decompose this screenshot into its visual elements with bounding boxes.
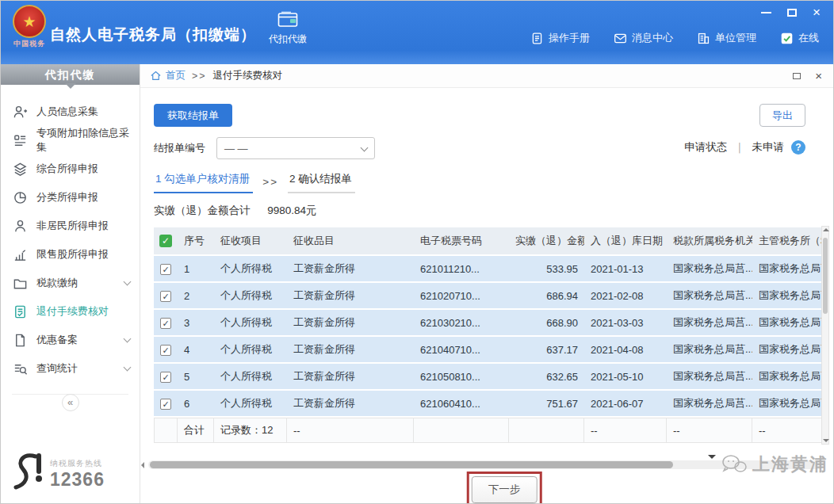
cell-date: 2021-05-10 [584,364,667,389]
step-1-tab[interactable]: 1 勾选单户核对清册 [154,172,253,193]
cell-amount: 632.65 [509,364,584,389]
sidebar-item-label: 专项附加扣除信息采集 [36,126,130,155]
amount-summary: 实缴（退）金额合计 9980.84元 [154,204,317,218]
cell-amount: 533.95 [509,256,584,281]
cell-tax-item: 个人所得税 [214,391,287,416]
breadcrumb-current: 退付手续费核对 [213,69,283,82]
table-header-cell: 征收品目 [287,227,414,254]
table-footer-row: 合计 记录数：12 -- -- -- -- [154,418,823,443]
cell-date: 2021-04-08 [584,337,667,362]
header-menu-item[interactable]: 在线 [780,31,819,45]
main-content: 获取结报单 导出 结报单编号 — — 申请状态 ｜ 未申请 ? 1 勾选单户核对… [140,88,833,503]
header-menu-label: 在线 [798,31,819,45]
cell-eticket-no: 621030210... [414,310,509,335]
cell-seq: 3 [178,310,214,335]
minimize-button[interactable] [761,12,771,13]
cell-tax-category: 工资薪金所得 [287,283,414,308]
sidebar-item[interactable]: 优惠备案 [1,326,140,354]
cell-tax-item: 个人所得税 [214,337,287,362]
header-menu-item[interactable]: 操作手册 [530,31,590,45]
cell-amount: 637.17 [509,337,584,362]
row-checkbox[interactable]: ✓ [160,345,171,356]
cell-seq: 5 [178,364,214,389]
statement-number-value: — — [224,143,248,155]
sidebar-item[interactable]: 退付手续费核对 [1,297,140,326]
export-button[interactable]: 导出 [759,104,805,127]
scroll-left-arrow[interactable] [141,462,144,468]
sidebar-item[interactable]: 人员信息采集 [1,97,140,126]
pie-icon [13,190,28,205]
cell-date: 2021-01-13 [584,256,667,281]
wechat-icon [721,453,748,475]
app-header: ★ 中国税务 自然人电子税务局（扣缴端） 代扣代缴 操作手册 [1,1,833,64]
cell-office: 国家税务总局莒 [752,364,823,389]
statement-number-label: 结报单编号 [154,141,205,155]
chevron-down-icon [124,363,132,371]
breadcrumb-home[interactable]: 首页 [166,69,186,82]
user-plus-icon [13,105,28,120]
fetch-statement-button[interactable]: 获取结报单 [154,104,232,127]
header-menu-label: 消息中心 [632,31,673,45]
sidebar-item[interactable]: 查询统计 [1,354,140,383]
scroll-down-arrow[interactable] [823,439,829,442]
header-menu-item[interactable]: 消息中心 [614,31,673,45]
hotline-operator-icon [12,452,45,491]
next-step-button[interactable]: 下一步 [472,476,538,503]
sidebar-item[interactable]: 税款缴纳 [1,269,140,297]
statement-number-select[interactable]: — — [216,137,375,159]
footer-record-count: 记录数：12 [214,418,287,443]
header-menu-item[interactable]: 单位管理 [697,31,756,45]
footer-dash: -- [667,418,752,443]
sidebar-header: 代扣代缴 [1,64,140,85]
chevron-down-icon [124,334,132,342]
panel-restore-button[interactable] [793,73,801,79]
national-emblem-icon: ★ [13,5,46,38]
vertical-scrollbar[interactable] [821,226,829,445]
cell-eticket-no: 621011210... [414,256,509,281]
cell-office: 国家税务总局莒 [752,337,823,362]
sidebar-item[interactable]: 综合所得申报 [1,155,140,183]
app-title: 自然人电子税务局（扣缴端） [50,25,256,45]
cell-date: 2021-06-07 [584,391,667,416]
header-menu: 操作手册 消息中心 单位管理 在线 [530,31,819,45]
horizontal-scroll-thumb[interactable] [150,461,673,468]
select-all-checkbox[interactable]: ✓ [159,235,172,247]
tab-withholding[interactable]: 代扣代缴 [259,10,316,46]
statement-table: ✓ 序号 征收项目 征收品目 电子税票号码 实缴（退）金额 [154,226,823,445]
hotline-label: 纳税服务热线 [50,458,105,469]
cell-agency: 国家税务总局莒... [667,337,752,362]
row-checkbox[interactable]: ✓ [160,318,171,329]
maximize-button[interactable] [787,9,797,17]
row-checkbox[interactable]: ✓ [160,372,171,383]
vertical-scroll-thumb[interactable] [823,238,828,314]
close-button[interactable]: × [813,8,821,17]
step-2-tab[interactable]: 2 确认结报单 [288,172,355,193]
cell-tax-category: 工资薪金所得 [287,337,414,362]
row-checkbox[interactable]: ✓ [160,399,171,410]
statement-table-wrap: ✓ 序号 征收项目 征收品目 电子税票号码 实缴（退）金额 [154,226,823,445]
summary-label: 实缴（退）金额合计 [154,204,251,216]
chevron-down-icon [124,277,132,285]
sidebar-item[interactable]: 非居民所得申报 [1,212,140,240]
scroll-up-arrow[interactable] [823,228,829,231]
cell-eticket-no: 621040710... [414,337,509,362]
panel-close-button[interactable]: × [815,72,822,80]
sidebar-item[interactable]: 专项附加扣除信息采集 [1,126,140,155]
hotline-number: 12366 [50,469,105,491]
row-checkbox[interactable]: ✓ [160,264,171,275]
message-icon [614,32,627,45]
sidebar-item[interactable]: 分类所得申报 [1,183,140,212]
cell-eticket-no: 621050810... [414,364,509,389]
status-value: 未申请 [752,140,785,155]
cell-office: 国家税务总局莒 [752,310,823,335]
row-checkbox[interactable]: ✓ [160,291,171,302]
sidebar-item[interactable]: 限售股所得申报 [1,240,140,269]
sidebar-menu: 人员信息采集 专项附加扣除信息采集 综合所得申报 分类所得 [1,85,140,383]
table-header-cell: 电子税票号码 [414,227,509,254]
collapse-sidebar-button[interactable]: « [62,394,79,411]
help-icon[interactable]: ? [791,140,805,155]
status-label: 申请状态 [684,140,727,155]
summary-value: 9980.84元 [267,204,316,216]
table-header-row: ✓ 序号 征收项目 征收品目 电子税票号码 实缴（退）金额 [154,227,823,254]
cell-office: 国家税务总局莒 [752,283,823,308]
